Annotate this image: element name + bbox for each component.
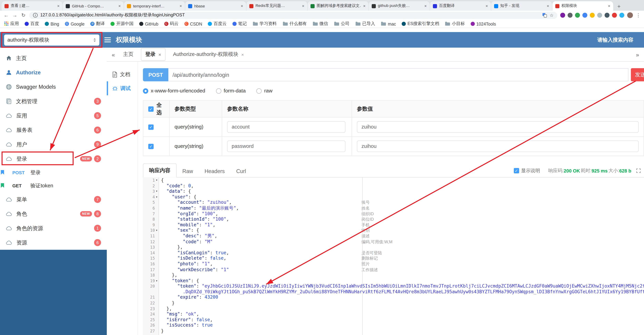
new-tab-button[interactable]: +: [615, 2, 622, 10]
fullscreen-icon[interactable]: [636, 168, 641, 173]
sidebar-item[interactable]: 主页: [0, 51, 107, 65]
bookmark-item[interactable]: 小目标: [445, 21, 465, 26]
omnibox[interactable]: 127.0.0.1:8760/api/gate/doc.html#/author…: [29, 12, 557, 19]
bookmark-item[interactable]: 百度: [25, 21, 39, 26]
row-checkbox[interactable]: [148, 144, 154, 149]
extension-icon[interactable]: [568, 13, 572, 18]
sidebar-item[interactable]: 菜单7: [0, 192, 107, 206]
tab-close-icon[interactable]: ×: [180, 4, 182, 8]
browser-tab[interactable]: 查看 | 建…×: [2, 1, 62, 11]
page-info-icon[interactable]: [33, 13, 38, 18]
app-tab[interactable]: 主页: [119, 48, 138, 60]
bookmark-item[interactable]: 译翻译: [90, 21, 105, 26]
browser-tab[interactable]: 百度翻译×: [430, 1, 491, 11]
send-button[interactable]: 发送: [631, 68, 644, 81]
extension-icon[interactable]: [597, 13, 602, 18]
profile-avatar[interactable]: [627, 12, 633, 18]
browser-tab[interactable]: Redis常见问题…×: [246, 1, 307, 11]
bookmark-item[interactable]: 笔记: [232, 21, 247, 26]
bookmark-item[interactable]: mac: [381, 21, 396, 26]
param-name-input[interactable]: [227, 121, 346, 133]
sidebar-item[interactable]: 资源6: [0, 236, 107, 250]
response-tab[interactable]: Headers: [199, 165, 230, 177]
extension-icon[interactable]: [575, 13, 580, 18]
sidebar-item[interactable]: 应用5: [0, 108, 107, 123]
extension-icon[interactable]: [560, 13, 565, 18]
bookmark-item[interactable]: 学习资料: [252, 21, 277, 26]
browser-tab[interactable]: temporary-interf…×: [124, 1, 185, 11]
sidebar-api-item[interactable]: POST登录: [0, 166, 107, 179]
sidebar-item[interactable]: 角色的资源1: [0, 221, 107, 235]
response-tab[interactable]: Raw: [176, 165, 199, 177]
bookmark-item[interactable]: GitHub: [139, 21, 158, 26]
tab-close-icon[interactable]: ×: [424, 4, 427, 8]
content-type-radio[interactable]: raw: [256, 88, 272, 94]
bookmark-item[interactable]: 开源中国: [110, 21, 133, 26]
sidebar-item[interactable]: 文档管理3: [0, 94, 107, 108]
sidebar-item[interactable]: 登录NEW2: [0, 152, 107, 166]
content-type-radio[interactable]: form-data: [216, 88, 246, 94]
param-value-input[interactable]: [357, 140, 639, 152]
menu-toggle-icon[interactable]: [104, 38, 111, 42]
reload-icon[interactable]: ↻: [20, 12, 26, 18]
module-select[interactable]: authority-权限模块: [4, 34, 99, 45]
show-description-checkbox[interactable]: [514, 168, 519, 173]
bookmark-item[interactable]: Bing: [45, 21, 59, 26]
bookmark-item[interactable]: 微信: [312, 21, 328, 26]
sidebar-item[interactable]: 角色NEW8: [0, 207, 107, 221]
bookmark-item[interactable]: 应用: [4, 21, 19, 26]
param-value-input[interactable]: [357, 121, 639, 133]
extension-icon[interactable]: [619, 13, 624, 18]
sidebar-api-item[interactable]: GET验证token: [0, 179, 107, 192]
tab-close-icon[interactable]: ×: [241, 4, 243, 8]
content-type-radio[interactable]: x-www-form-urlencoded: [143, 88, 205, 94]
bookmark-item[interactable]: 什么都有: [282, 21, 307, 26]
browser-tab[interactable]: GitHub - Compo…×: [63, 1, 124, 11]
app-tab[interactable]: Authorize-authority-权限模块×: [169, 48, 248, 60]
bookmark-star-icon[interactable]: ☆: [550, 12, 554, 18]
response-editor[interactable]: 1▾{2 "code": 0,3▾ "data": {4▾ "user": {5…: [143, 178, 644, 335]
extension-icon[interactable]: [612, 13, 617, 18]
tabs-scroll-left-icon[interactable]: «: [112, 51, 115, 58]
browser-tab[interactable]: github push失败…×: [369, 1, 430, 11]
select-all-checkbox[interactable]: [148, 106, 154, 112]
response-tab[interactable]: 响应内容: [143, 164, 176, 178]
browser-tab[interactable]: 图解跨域参考搜索建议文…×: [308, 1, 368, 11]
bookmark-item[interactable]: G码云: [164, 21, 178, 26]
param-name-input[interactable]: [227, 140, 346, 152]
bookmark-item[interactable]: 百度云: [208, 21, 226, 26]
bookmark-item[interactable]: ES搜索引擎文档: [402, 21, 439, 26]
sidebar-item[interactable]: Swagger Models: [0, 80, 107, 94]
browser-tab[interactable]: 知乎 - 发现×: [491, 1, 552, 11]
doc-nav-document[interactable]: 文档: [107, 68, 138, 82]
header-search-input[interactable]: 请输入搜索内容: [598, 36, 640, 43]
app-tab[interactable]: 登录×: [141, 48, 166, 61]
browser-menu-icon[interactable]: ⋮: [636, 12, 641, 18]
translate-icon[interactable]: [542, 13, 547, 18]
bookmark-item[interactable]: 已导入: [355, 21, 375, 26]
forward-icon[interactable]: →: [12, 12, 18, 18]
bookmark-item[interactable]: CCSDN: [184, 21, 202, 26]
doc-nav-debug[interactable]: 调试: [107, 82, 138, 96]
tab-close-icon[interactable]: ×: [158, 52, 161, 57]
tabs-scroll-right-icon[interactable]: »: [636, 51, 639, 58]
back-icon[interactable]: ←: [3, 12, 9, 18]
browser-tab[interactable]: hbase×: [185, 1, 246, 11]
tab-close-icon[interactable]: ×: [547, 4, 549, 8]
extension-icon[interactable]: [582, 13, 588, 18]
extension-icon[interactable]: [604, 13, 610, 18]
bookmark-item[interactable]: 1024Tools: [470, 21, 496, 26]
tab-close-icon[interactable]: ×: [57, 4, 60, 8]
tab-close-icon[interactable]: ×: [608, 4, 610, 8]
sidebar-item[interactable]: 服务表6: [0, 123, 107, 137]
sidebar-item[interactable]: Authorize: [0, 66, 107, 80]
request-url-input[interactable]: [168, 68, 628, 81]
tab-close-icon[interactable]: ×: [363, 4, 366, 8]
tab-close-icon[interactable]: ×: [486, 4, 488, 8]
tab-close-icon[interactable]: ×: [241, 52, 244, 57]
tab-close-icon[interactable]: ×: [302, 4, 304, 8]
extension-icon[interactable]: [590, 13, 595, 18]
bookmark-item[interactable]: GGoogle: [65, 21, 84, 26]
tab-close-icon[interactable]: ×: [118, 4, 121, 8]
response-tab[interactable]: Curl: [230, 165, 252, 177]
